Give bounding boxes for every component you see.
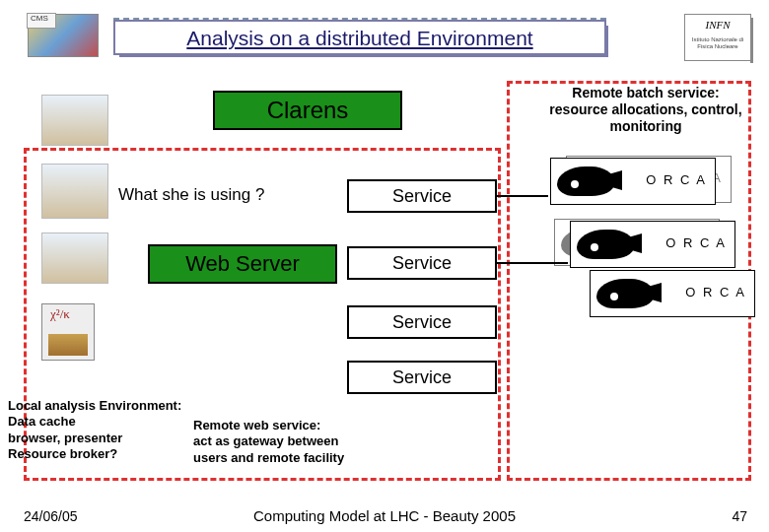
analysis-clipart: χ²/κ: [41, 303, 95, 361]
title-bar: Analysis on a distributed Environment: [113, 20, 606, 55]
service-box-4: Service: [347, 361, 497, 394]
footer-title: Computing Model at LHC - Beauty 2005: [0, 507, 769, 524]
remote-web-label: Remote web service: act as gateway betwe…: [193, 418, 400, 466]
orca-card: O R C A: [570, 221, 735, 268]
local-env-label: Local analysis Environment: Data cache b…: [8, 398, 205, 462]
orca-card: O R C A: [550, 158, 716, 205]
header: CMS Analysis on a distributed Environmen…: [0, 8, 769, 59]
orca-card: O R C A: [590, 270, 755, 317]
orca-icon: [596, 279, 654, 308]
user-clipart-2: [41, 164, 108, 219]
service-box-1: Service: [347, 179, 497, 213]
infn-logo-subtext: Istituto Nazionale di Fisica Nucleare: [685, 36, 750, 50]
infn-logo-label: INFN: [685, 19, 750, 31]
footer-page-number: 47: [732, 508, 747, 524]
orca-label: O R C A: [665, 235, 727, 250]
orca-label: O R C A: [646, 172, 707, 187]
connector-line: [497, 195, 548, 197]
user-clipart-1: [41, 95, 108, 146]
orca-icon: [577, 230, 634, 259]
service-box-2: Service: [347, 246, 497, 280]
what-using-label: What she is using ?: [118, 185, 264, 205]
clarens-box: Clarens: [213, 91, 402, 130]
service-box-3: Service: [347, 305, 497, 339]
orca-label: O R C A: [685, 285, 746, 299]
cms-logo-label: CMS: [31, 14, 48, 23]
page-title: Analysis on a distributed Environment: [115, 22, 604, 55]
connector-line: [497, 262, 568, 264]
web-server-box: Web Server: [148, 244, 337, 284]
cms-logo: CMS: [28, 14, 99, 57]
user-clipart-3: [41, 233, 108, 284]
orca-icon: [557, 166, 614, 196]
chi-squared-label: χ²/κ: [50, 306, 70, 322]
infn-logo: INFN Istituto Nazionale di Fisica Nuclea…: [684, 14, 751, 61]
remote-batch-label: Remote batch service: resource allocatio…: [542, 85, 749, 134]
